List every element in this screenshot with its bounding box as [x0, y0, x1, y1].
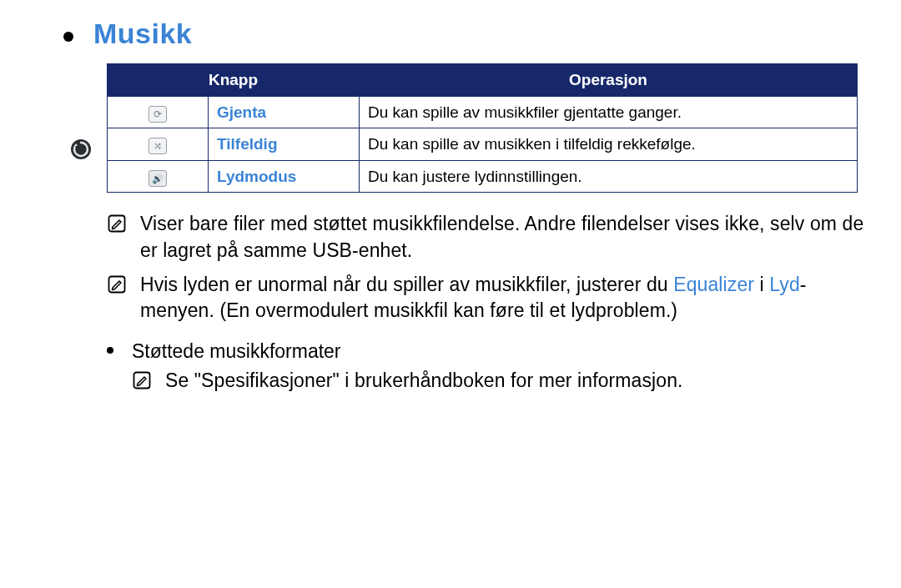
note-text: Hvis lyden er unormal når du spiller av …: [140, 272, 878, 324]
row-name: Tilfeldig: [209, 128, 360, 161]
note-icon: [107, 274, 127, 294]
row-name: Lydmodus: [209, 160, 360, 193]
note-frag: Hvis lyden er unormal når du spiller av …: [140, 274, 673, 295]
sub-note-text: Se "Spesifikasjoner" i brukerhåndboken f…: [165, 368, 878, 394]
page-title: Musikk: [93, 15, 192, 53]
note-icon: [132, 370, 152, 390]
loading-icon: [70, 138, 92, 160]
section-bullet: [63, 32, 73, 42]
keyword-equalizer: Equalizer: [673, 274, 754, 295]
row-desc: Du kan justere lydinnstillingen.: [360, 160, 858, 193]
sub-bullet: [107, 347, 113, 354]
note-text: Viser bare filer med støttet musikkfilen…: [140, 211, 878, 263]
sound-icon: [148, 170, 167, 187]
shuffle-icon: [148, 138, 167, 154]
table-row: Tilfeldig Du kan spille av musikken i ti…: [108, 128, 858, 161]
note-icon: [107, 214, 127, 234]
th-operation: Operasjon: [360, 63, 858, 96]
sub-heading: Støttede musikkformater: [132, 339, 341, 364]
table-row: Gjenta Du kan spille av musikkfiler gjen…: [108, 96, 858, 128]
th-button: Knapp: [108, 63, 360, 96]
table-row: Lydmodus Du kan justere lydinnstillingen…: [108, 160, 858, 193]
note-frag: i: [754, 274, 769, 295]
row-desc: Du kan spille av musikkfiler gjentatte g…: [360, 96, 858, 128]
keyword-lyd: Lyd: [769, 274, 800, 295]
repeat-icon: [148, 106, 167, 123]
feature-table: Knapp Operasjon Gjenta Du kan spille av …: [107, 63, 858, 193]
row-name: Gjenta: [209, 96, 360, 128]
row-desc: Du kan spille av musikken i tilfeldig re…: [360, 128, 858, 161]
